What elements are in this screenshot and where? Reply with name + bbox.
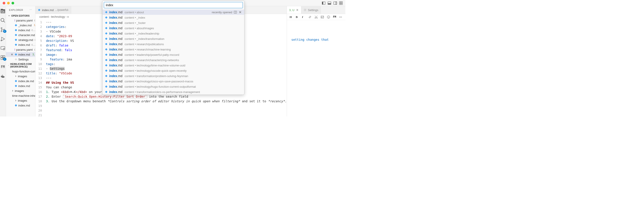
folder-name: images: [18, 99, 27, 102]
open-editor-item[interactable]: strategy.mdcontent • ...: [6, 38, 35, 42]
quick-open-item[interactable]: index.mdcontent • _index/leadership: [102, 31, 244, 36]
close-icon[interactable]: [10, 53, 14, 56]
emoji-icon[interactable]: [327, 15, 330, 19]
quick-open-item[interactable]: index.mdcontent • _index: [102, 15, 244, 20]
tab-preview-index-md[interactable]: 3, U: [287, 6, 301, 14]
window-controls: [3, 2, 14, 4]
quick-open-item[interactable]: index.mdcontent • aboutrecently opened: [102, 10, 244, 15]
open-editor-item[interactable]: !params.yamlconfig • t...: [6, 18, 35, 23]
file-path: content • ...: [35, 38, 35, 42]
quick-open-item[interactable]: index.mdcontent • research/publications: [102, 42, 244, 47]
quick-open-item[interactable]: index.mdcontent • research/machine-learn…: [102, 47, 244, 52]
tab-settings[interactable]: Settings: [301, 6, 321, 14]
close-icon[interactable]: [296, 8, 299, 12]
layout-panel-bottom-icon[interactable]: [328, 1, 331, 5]
open-editors-header[interactable]: OPEN EDITORS: [6, 14, 35, 18]
quick-open-item[interactable]: index.mdcontent • technology/time-machin…: [102, 63, 244, 68]
extensions-activity-icon[interactable]: 1: [0, 55, 6, 60]
folder-item[interactable]: images: [6, 74, 35, 78]
svg-rect-32: [321, 16, 324, 18]
folder-item[interactable]: images: [6, 88, 35, 93]
bold-icon[interactable]: B: [296, 15, 299, 19]
docker-activity-icon[interactable]: [0, 74, 6, 79]
italic-icon[interactable]: I: [302, 15, 306, 19]
file-name: index.de.md: [18, 80, 34, 83]
remote-activity-icon[interactable]: [0, 46, 6, 51]
quick-open-item[interactable]: index.mdcontent • technology/hugo-functi…: [102, 84, 244, 89]
maximize-window-button[interactable]: [12, 2, 14, 4]
file-name: character.md: [18, 34, 35, 37]
open-editor-item[interactable]: _index.mdconte...M: [6, 23, 35, 28]
file-name: index.md: [18, 28, 30, 32]
svg-point-10: [1, 18, 4, 22]
explorer-activity-icon[interactable]: [0, 8, 6, 14]
quick-open-item[interactable]: index.mdcontent • technology/vscode-quic…: [102, 68, 244, 73]
workspace-tree: hugo-function-current-...imagesindex.de.…: [6, 69, 35, 108]
svg-rect-5: [336, 2, 337, 4]
file-item[interactable]: index.md: [6, 84, 35, 88]
svg-rect-26: [3, 76, 4, 76]
modified-dot-icon: !: [14, 48, 15, 51]
svg-rect-1: [322, 2, 323, 4]
svg-rect-4: [334, 2, 337, 4]
quick-open-path: content • about/images: [125, 26, 154, 30]
folder-name: hugo-function-current-...: [12, 70, 35, 73]
frontmatter-activity-icon[interactable]: FM: [0, 64, 6, 70]
open-editor-item[interactable]: index.mdcont...3, U: [6, 52, 35, 57]
more-actions-icon[interactable]: ⋯: [30, 8, 32, 11]
run-debug-activity-icon[interactable]: [0, 36, 6, 42]
explorer-sidebar: EXPLORER ⋯ OPEN EDITORS !params.yamlconf…: [6, 6, 36, 116]
folder-item[interactable]: hugo-function-current-...: [6, 69, 35, 74]
open-editor-item[interactable]: index.mdcontent • lea...: [6, 42, 35, 47]
heading-icon[interactable]: H: [290, 15, 293, 19]
image-icon[interactable]: [320, 15, 324, 19]
quick-open-item[interactable]: index.mdcontent • _index/transformation: [102, 36, 244, 42]
workspace-header[interactable]: HEIMLICHER.COM (WORKSPACE): [6, 62, 35, 69]
file-item[interactable]: index.de.md: [6, 78, 35, 84]
quick-open-input[interactable]: [104, 2, 243, 8]
search-activity-icon[interactable]: [0, 18, 6, 23]
preview-text: setting changes that: [291, 38, 329, 42]
folder-item[interactable]: time-machine-inherit-b...: [6, 93, 35, 98]
svg-point-36: [329, 16, 329, 17]
open-editor-item[interactable]: character.mdcontent ...: [6, 32, 35, 38]
cut-icon[interactable]: [314, 15, 318, 19]
quick-open-item[interactable]: index.mdcontent • _footer: [102, 20, 244, 26]
file-name: index.md: [18, 84, 30, 88]
quick-open-path: content • leadership/powerful-patty-mcco…: [125, 53, 179, 56]
svg-rect-6: [340, 2, 341, 3]
quick-open-item[interactable]: index.mdcontent • transformation/problem…: [102, 73, 244, 78]
markdown-file-icon: [105, 90, 108, 94]
quick-open-panel: index.mdcontent • aboutrecently openedin…: [102, 0, 244, 95]
quick-open-path: content • technology/cisco-vpn-save-pass…: [125, 80, 193, 83]
svg-line-11: [4, 21, 5, 22]
close-icon[interactable]: [238, 10, 242, 14]
file-path: content • lea...: [32, 43, 35, 46]
open-editor-item[interactable]: !params.yamlconfig • ...: [6, 47, 35, 52]
minimize-window-button[interactable]: [7, 2, 10, 4]
customize-layout-icon[interactable]: [339, 1, 343, 5]
svg-point-34: [327, 16, 330, 18]
quick-open-item[interactable]: index.mdcontent • transformation/okrs-vs…: [102, 89, 244, 94]
quick-open-item[interactable]: index.mdcontent • technology/cisco-vpn-s…: [102, 78, 244, 84]
layout-sidebar-right-icon[interactable]: [334, 1, 337, 5]
quick-open-item[interactable]: index.mdcontent • leadership/powerful-pa…: [102, 52, 244, 57]
source-control-activity-icon[interactable]: 8: [0, 27, 6, 32]
markdown-file-icon: [105, 85, 108, 88]
more-icon[interactable]: ⋯: [339, 15, 343, 19]
markdown-file-icon: [105, 37, 108, 40]
split-editor-icon[interactable]: [234, 10, 237, 14]
quick-open-item[interactable]: index.mdcontent • research/characterizin…: [102, 57, 244, 63]
frontmatter-icon[interactable]: FM: [333, 15, 336, 19]
file-item[interactable]: index.md: [6, 103, 35, 108]
open-editor-item[interactable]: Settings: [6, 57, 35, 62]
quick-open-item[interactable]: index.mdcontent • about/images: [102, 26, 244, 31]
open-editor-item[interactable]: index.mdcontent • _in...: [6, 28, 35, 32]
close-window-button[interactable]: [3, 2, 5, 4]
link-icon[interactable]: [308, 15, 312, 19]
tab-index-md[interactable]: index.md .../powerful-: [36, 6, 71, 14]
layout-sidebar-left-icon[interactable]: [322, 1, 326, 5]
svg-point-29: [304, 10, 306, 10]
folder-item[interactable]: images: [6, 98, 35, 103]
line-numbers: 12345678910111213141516171819202122: [36, 20, 46, 116]
